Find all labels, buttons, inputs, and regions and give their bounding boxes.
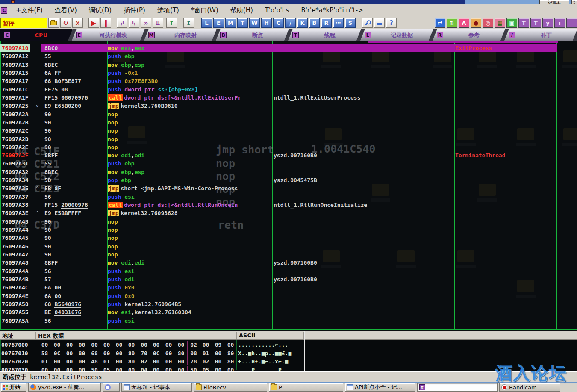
plugin-button-4[interactable]: ◎	[483, 18, 493, 28]
tab-可执行模块[interactable]: E可执行模块	[72, 29, 144, 41]
trace-over-button[interactable]: ⇊	[153, 18, 163, 28]
windows-list-button[interactable]	[374, 18, 385, 28]
run-button[interactable]: ▶	[88, 18, 99, 28]
letter-button-S[interactable]: S	[345, 18, 356, 28]
disasm-row-76097A45[interactable]: 76097A4590nop	[0, 234, 577, 242]
tab-记录数据[interactable]: L记录数据	[361, 29, 433, 41]
disasm-row-76097A4C[interactable]: 76097A4C6A 00push 0x0	[0, 283, 577, 292]
disasm-row-76097A13[interactable]: 76097A138BECmov ebp,esp	[0, 61, 577, 69]
menu-item-8[interactable]: B'r'e*a*kP'o"i.n"t->	[295, 6, 369, 15]
disasm-row-76097A3E[interactable]: 76097A3E^E9 E5BBFFFFjmpkernel32.76093628	[0, 209, 577, 217]
disasm-row-76097A2F[interactable]: 76097A2F8BFFmov edi,ediyszd.007160B0Term…	[0, 151, 577, 159]
letter-button-L[interactable]: L	[201, 18, 212, 28]
taskbar-item-P[interactable]: P	[269, 383, 343, 392]
menu-item-4[interactable]: 选项(T)	[151, 6, 185, 15]
pause-button[interactable]: ‖	[100, 18, 111, 28]
plugin-button-6[interactable]: ▣	[506, 18, 517, 28]
hexdump-row-00767000[interactable]: 0076700000000000000000000000000002000900…	[0, 341, 304, 349]
tab-内存映射[interactable]: M内存映射	[144, 29, 217, 41]
menu-item-6[interactable]: 帮助(H)	[224, 6, 259, 15]
letter-button-R[interactable]: R	[321, 18, 332, 28]
disasm-row-76097A2C[interactable]: 76097A2C90nop	[0, 127, 577, 135]
disasm-row-76097A50[interactable]: 76097A5068 B5640976push kernel32.760964B…	[0, 300, 577, 308]
hexdump-header-hex[interactable]: HEX 数据	[36, 332, 237, 339]
hexdump-header-ascii[interactable]: ASCII	[237, 332, 304, 339]
disasm-row-76097A47[interactable]: 76097A4790nop	[0, 251, 577, 259]
hexdump-row-00767010[interactable]: 00767010580C008068000080700C008008010080…	[0, 349, 304, 358]
disasm-row-76097A4E[interactable]: 76097A4E6A 00push 0x0	[0, 292, 577, 300]
plugin-button-8[interactable]: T	[530, 18, 541, 28]
tab-线程[interactable]: T线程	[288, 29, 361, 41]
tab-补丁[interactable]: /补丁	[505, 29, 577, 41]
hexdump-panel[interactable]: 地址 HEX 数据 ASCII 007670000000000000000000…	[0, 330, 577, 371]
disasm-row-76097A43[interactable]: 76097A4390nop	[0, 218, 577, 226]
menu-item-7[interactable]: T'o'o'l.s	[259, 6, 295, 15]
taskbar-item-API断点小全 - 记...[interactable]: API断点小全 - 记...	[345, 383, 415, 392]
help-button[interactable]: ?	[386, 18, 397, 28]
disasm-row-76097A4B[interactable]: 76097A4B57push ediyszd.007160B0	[0, 275, 577, 283]
tab-CPU[interactable]: CCPU	[0, 29, 72, 41]
restart-button[interactable]: ↻	[60, 18, 71, 28]
taskbar-item-无标题 - 记事本[interactable]: 无标题 - 记事本	[121, 383, 192, 392]
hexdump-header-address[interactable]: 地址	[0, 332, 36, 339]
letter-button-/[interactable]: /	[285, 18, 296, 28]
options-button[interactable]	[362, 18, 373, 28]
step-into-button[interactable]: ↲	[117, 18, 127, 28]
disasm-row-76097A10[interactable]: 76097A108BC0mov eax,eaxExitProcess	[0, 44, 577, 52]
letter-button-T[interactable]: T	[237, 18, 248, 28]
letter-button-B[interactable]: B	[309, 18, 320, 28]
disasm-row-76097A31[interactable]: 76097A3155push ebp	[0, 159, 577, 168]
step-over-button[interactable]: ↳	[129, 18, 139, 28]
disasm-row-76097A2D[interactable]: 76097A2D90nop	[0, 135, 577, 143]
menu-item-0[interactable]: +文件(F)	[10, 6, 49, 15]
disasm-row-76097A2B[interactable]: 76097A2B90nop	[0, 118, 577, 127]
disasm-row-76097A1F[interactable]: 76097A1FFF15 08070976calldword ptr ds:[<…	[0, 94, 577, 102]
go-to-button[interactable]: ↥	[183, 18, 194, 28]
disasm-row-76097A17[interactable]: 76097A1768 B0F3E877push 0x77E8F3B0	[0, 77, 577, 85]
hexdump-row-00767030[interactable]: 0076703000000000500500000400000050050000…	[0, 366, 304, 371]
plugin-button-11[interactable]	[566, 18, 577, 28]
close-button[interactable]: ×	[72, 18, 83, 28]
disasm-row-76097A5A[interactable]: 76097A5A56push esi	[0, 317, 577, 325]
disassembly-panel[interactable]: 04 C51F05 C52104 C52204 C52304 C37Djmp s…	[0, 41, 577, 330]
tab-断点[interactable]: B断点	[216, 29, 288, 41]
plugin-button-9[interactable]: y	[542, 18, 553, 28]
hexdump-row-00767020[interactable]: 0076702001000000480100800200000078020080…	[0, 357, 304, 366]
taskbar-item-olly[interactable]: t	[417, 383, 498, 392]
disasm-row-76097A48[interactable]: 76097A488BFFmov edi,ediyszd.007160B0	[0, 259, 577, 267]
start-button[interactable]: 开始	[1, 383, 26, 392]
disasm-row-76097A25[interactable]: 76097A25vE9 E65B0200jmpkernel32.760BD610	[0, 102, 577, 110]
disasm-row-76097A37[interactable]: 76097A3756push esi	[0, 193, 577, 201]
plugin-button-3[interactable]: ●	[471, 18, 481, 28]
menu-item-2[interactable]: 调试(D)	[83, 6, 118, 15]
disasm-row-76097A12[interactable]: 76097A1255push ebp	[0, 52, 577, 60]
menu-item-1[interactable]: 查看(V)	[49, 6, 83, 15]
plugin-button-7[interactable]: T	[518, 18, 529, 28]
disasm-row-76097A44[interactable]: 76097A4490nop	[0, 226, 577, 234]
letter-button-⋯[interactable]: ⋯	[333, 18, 344, 28]
letter-button-K[interactable]: K	[297, 18, 308, 28]
disasm-row-76097A46[interactable]: 76097A4690nop	[0, 242, 577, 251]
disasm-row-76097A32[interactable]: 76097A328BECmov ebp,esp	[0, 168, 577, 176]
disasm-row-76097A34[interactable]: 76097A345Dpop ebpyszd.0045475B	[0, 176, 577, 184]
disasm-row-76097A1C[interactable]: 76097A1CFF75 08push dword ptr ss:[ebp+0x…	[0, 85, 577, 94]
disasm-row-76097A2E[interactable]: 76097A2E90nop	[0, 143, 577, 151]
plugin-button-0[interactable]: ⇄	[435, 18, 445, 28]
taskbar-item-FileRecv[interactable]: FileRecv	[194, 383, 267, 392]
menu-item-3[interactable]: 插件(P)	[118, 6, 151, 15]
tab-参考[interactable]: R参考	[433, 29, 505, 41]
disasm-row-76097A35[interactable]: 76097A35^EB 8Fjmpshort <jmp.&API-MS-Win-…	[0, 184, 577, 192]
disasm-row-76097A15[interactable]: 76097A156A FFpush -0x1	[0, 69, 577, 77]
menu-item-5[interactable]: *窗口(W)	[185, 6, 224, 15]
taskbar-item-ring[interactable]	[103, 383, 120, 392]
plugin-button-1[interactable]: ⇅	[447, 18, 457, 28]
disasm-row-76097A2A[interactable]: 76097A2A90nop	[0, 110, 577, 118]
hexdump-body[interactable]: 0076700000000000000000000000000002000900…	[0, 340, 577, 371]
taskbar-item-yszd.exe - 蓝奏...[interactable]: yszd.exe - 蓝奏...	[28, 383, 101, 392]
disasm-row-76097A4A[interactable]: 76097A4A56push esi	[0, 267, 577, 275]
plugin-button-5[interactable]: ▦	[495, 18, 505, 28]
open-file-button[interactable]	[48, 18, 59, 28]
letter-button-C[interactable]: C	[273, 18, 284, 28]
disasm-row-76097A55[interactable]: 76097A55BE 04031676mov esi,kernel32.7616…	[0, 308, 577, 316]
letter-button-E[interactable]: E	[213, 18, 224, 28]
